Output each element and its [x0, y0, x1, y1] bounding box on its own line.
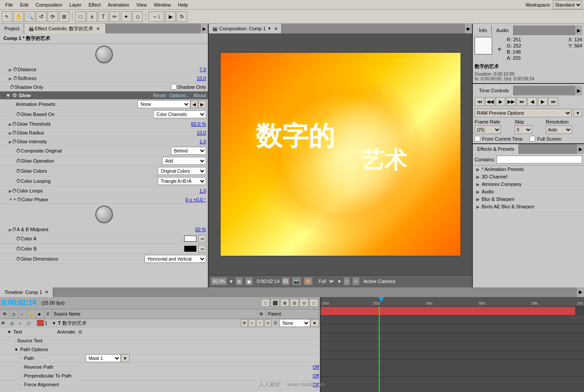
color-phase-value[interactable]: 0 x +0.0 °: [185, 197, 206, 202]
expand-threshold-icon[interactable]: [9, 121, 12, 127]
stopwatch-icon-16[interactable]: ⏱: [16, 246, 21, 251]
ep-item-atmorex[interactable]: ▶ Atmorex Company: [473, 181, 584, 188]
comp-zoom-btn[interactable]: 60.3%: [210, 277, 227, 286]
menu-animation[interactable]: Animation: [104, 1, 133, 8]
tool-rotate[interactable]: ↺: [36, 11, 47, 22]
expand-phase-icon[interactable]: ▼: [9, 197, 17, 202]
tc-play[interactable]: ▶: [496, 97, 505, 106]
comp-region-btn[interactable]: ▣: [245, 277, 253, 286]
resolution-select[interactable]: Auto: [546, 125, 572, 134]
menu-layer[interactable]: Layer: [66, 1, 85, 8]
row-parent-btn[interactable]: ▼: [310, 319, 319, 327]
stopwatch-icon-9[interactable]: ⏱: [16, 158, 21, 163]
anim-next-btn[interactable]: ▶: [198, 100, 206, 108]
stopwatch-icon-17[interactable]: ⏱: [16, 256, 21, 261]
stopwatch-icon-8[interactable]: ⏱: [16, 148, 21, 153]
comp-grid-btn[interactable]: ⊹: [352, 277, 360, 286]
shadow-only-checkbox[interactable]: [171, 84, 177, 90]
ep-item-boris[interactable]: ▶ Boris AE Blur & Sharpen: [473, 203, 584, 211]
ram-preview-select[interactable]: RAM Preview Options: [475, 109, 572, 117]
tool-pen[interactable]: ∧: [87, 11, 97, 22]
comp-color-btn[interactable]: 🎨: [303, 277, 313, 286]
ep-tab-arrow[interactable]: ▶: [577, 144, 584, 154]
tool-play[interactable]: ▶: [165, 11, 176, 22]
tool-eraser[interactable]: ◇: [132, 11, 143, 22]
row-perp-value[interactable]: Off: [313, 373, 319, 378]
row-switch-1[interactable]: ⚙: [241, 319, 248, 327]
expand-loops-icon[interactable]: [9, 188, 12, 193]
row-parent-select[interactable]: None: [279, 319, 310, 327]
menu-window[interactable]: Window: [150, 1, 174, 8]
glow-options-link[interactable]: Options...: [169, 93, 190, 98]
row-expand-icon[interactable]: ▼: [52, 321, 56, 326]
glow-intensity-value[interactable]: 1.0: [200, 139, 206, 144]
glow-dimensions-select[interactable]: Horizontal and Vertical: [145, 255, 206, 263]
row-perp-stopwatch[interactable]: ·: [21, 374, 22, 378]
tl-btn-4[interactable]: ⊟: [290, 299, 299, 307]
tl-layer-bar[interactable]: [321, 307, 575, 316]
stopwatch-icon-14[interactable]: ⏱: [12, 227, 17, 232]
stopwatch-icon-11[interactable]: ⏱: [16, 178, 21, 184]
tool-hand[interactable]: ✋: [13, 11, 24, 22]
tl-track-area[interactable]: [321, 307, 584, 392]
color-a-btn[interactable]: ⇒: [198, 235, 206, 243]
tab-effects-presets[interactable]: Effects & Presets: [473, 144, 519, 154]
row-source-text-stopwatch[interactable]: ·: [14, 338, 15, 343]
comp-tab[interactable]: 🎬 Composition: Comp 1 ▼ ✕: [209, 24, 282, 33]
tl-btn-1[interactable]: □: [261, 299, 270, 307]
tl-btn-6[interactable]: □: [309, 299, 318, 307]
comp-tab-close[interactable]: ✕: [274, 26, 278, 31]
tab-info[interactable]: Info: [475, 25, 492, 35]
tab-time-controls[interactable]: Time Controls: [475, 86, 514, 95]
glow-about-link[interactable]: About: [193, 93, 206, 98]
tool-brush[interactable]: ✏: [109, 11, 120, 22]
ep-item-audio[interactable]: ▶ Audio: [473, 188, 584, 196]
comp-quality-dropdown-icon[interactable]: ▼: [337, 279, 341, 284]
comp-time-btn[interactable]: 🎞: [281, 277, 290, 286]
row-lock-icon[interactable]: □: [27, 321, 36, 326]
tc-prev-kf[interactable]: ◀: [527, 97, 537, 106]
row-path-dropdown-btn[interactable]: ▼: [121, 354, 130, 362]
comp-tab-arrow[interactable]: ▶: [465, 24, 472, 33]
tool-puppet[interactable]: ✦: [121, 11, 131, 22]
row-path-options-expand[interactable]: ▼: [14, 347, 18, 352]
softness-value[interactable]: 10.0: [197, 76, 206, 81]
glow-expand-icon[interactable]: ▼: [2, 93, 11, 98]
expand-midpoint-icon[interactable]: [9, 227, 12, 232]
row-path-stopwatch[interactable]: ·: [21, 356, 22, 361]
ram-preview-dropdown-btn[interactable]: ▼: [573, 109, 582, 117]
menu-file[interactable]: File: [2, 1, 17, 8]
tc-goto-end[interactable]: ⏭: [517, 97, 526, 106]
row-switch-3[interactable]: /: [257, 319, 264, 327]
expand-radius-icon[interactable]: [9, 130, 12, 135]
tool-loop[interactable]: ↻: [177, 11, 187, 22]
comp-preview-btn[interactable]: □: [343, 277, 350, 286]
comp-fit-btn[interactable]: ⊞: [235, 277, 243, 286]
row-animate-btn[interactable]: ⊙: [78, 329, 82, 335]
tc-next-kf[interactable]: ▶: [538, 97, 548, 106]
expand-distance-icon[interactable]: [9, 67, 12, 72]
color-loops-value[interactable]: 1.0: [200, 188, 206, 193]
glow-radius-value[interactable]: 10.0: [197, 130, 206, 135]
menu-effect[interactable]: Effect: [85, 1, 104, 8]
row-reverse-stopwatch[interactable]: ·: [21, 365, 22, 370]
comp-camera-btn[interactable]: 📷: [292, 277, 301, 286]
from-current-checkbox[interactable]: [475, 136, 480, 142]
row-solo-icon[interactable]: ○: [18, 321, 27, 326]
menu-edit[interactable]: Edit: [17, 1, 32, 8]
stopwatch-icon-15[interactable]: ⏱: [16, 236, 21, 241]
tl-row-main[interactable]: 👁 🔊 ○ □ 1 ▼ T 数字的艺术 ⚙ ✓ / ⊙: [0, 319, 320, 328]
stopwatch-icon[interactable]: ⏱: [13, 67, 18, 72]
tool-select[interactable]: ↖: [2, 11, 12, 22]
tool-move[interactable]: ↔↕: [149, 11, 164, 22]
row-reverse-value[interactable]: Off: [313, 364, 319, 370]
stopwatch-icon-12[interactable]: ⏱: [12, 188, 17, 193]
tl-btn-2[interactable]: ⬛: [271, 299, 279, 307]
tc-loop[interactable]: ⏭: [548, 97, 558, 106]
expand-softness-icon[interactable]: [9, 76, 12, 81]
row-eye-icon[interactable]: 👁: [1, 321, 10, 326]
comp-quality-select[interactable]: Full: [315, 277, 335, 286]
stopwatch-icon-4[interactable]: ⏱: [16, 112, 21, 117]
row-audio-icon[interactable]: 🔊: [10, 321, 18, 326]
menu-composition[interactable]: Composition: [32, 1, 66, 8]
